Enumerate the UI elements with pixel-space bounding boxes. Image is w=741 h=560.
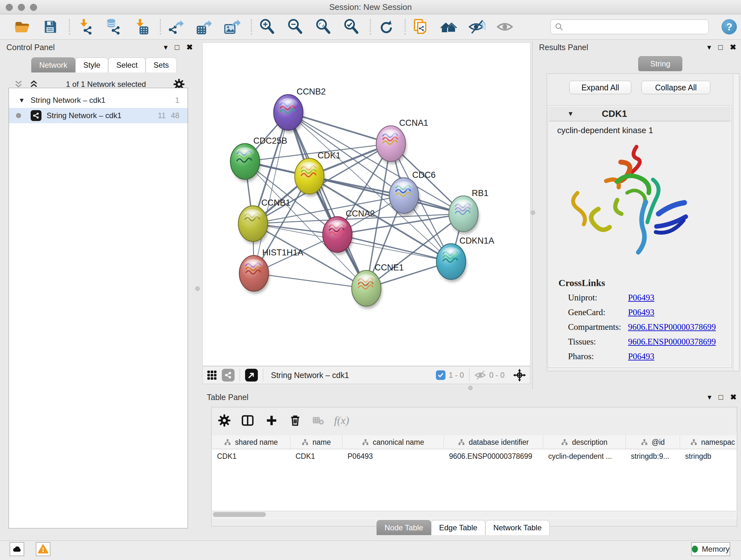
- gear-icon[interactable]: [218, 414, 231, 427]
- import-table-from-file-button[interactable]: [131, 17, 151, 36]
- expand-all-button[interactable]: Expand All: [569, 81, 631, 94]
- fit-crosshair-icon[interactable]: [513, 368, 526, 382]
- import-network-from-database-button[interactable]: [103, 17, 123, 36]
- panel-menu-icon[interactable]: ▾: [708, 393, 711, 401]
- tab-string[interactable]: String: [638, 56, 682, 71]
- edge[interactable]: [309, 176, 463, 214]
- column-header-database-identifier[interactable]: database identifier: [444, 435, 543, 449]
- node-CDC6[interactable]: CDC6: [389, 170, 435, 216]
- bottom-splitter-handle[interactable]: [468, 386, 473, 390]
- duplicate-network-button[interactable]: [411, 17, 430, 36]
- collapse-triangle-icon[interactable]: ▼: [18, 97, 25, 104]
- save-session-button[interactable]: [40, 17, 60, 36]
- add-column-icon[interactable]: [265, 414, 279, 428]
- network-label: String Network – cdk1: [47, 111, 122, 120]
- column-header-canonical-name[interactable]: canonical name: [342, 435, 444, 449]
- crosslink-value-link[interactable]: P06493: [628, 307, 655, 322]
- column-header-shared-name[interactable]: shared name: [212, 435, 290, 449]
- memory-button[interactable]: Memory: [691, 542, 730, 556]
- cloud-status-button[interactable]: [10, 542, 24, 556]
- right-splitter-handle[interactable]: [531, 210, 535, 215]
- string-style-icon[interactable]: [222, 369, 234, 381]
- panel-menu-icon[interactable]: ▾: [707, 43, 711, 52]
- table-row[interactable]: CDK1CDK1P064939606.ENSP00000378699cyclin…: [212, 449, 737, 463]
- show-all-button[interactable]: [495, 17, 515, 36]
- open-in-browser-icon[interactable]: [245, 369, 258, 381]
- hide-selected-button[interactable]: [467, 17, 487, 36]
- node-CCNB1[interactable]: CCNB1: [239, 198, 290, 244]
- column-header-@id[interactable]: @id: [626, 435, 680, 449]
- selected-checkbox-icon[interactable]: [436, 370, 446, 380]
- network-canvas[interactable]: CCNB2CCNA1CDC25BCDK1CDC6RB1CCNB1CCNA2CDK…: [202, 43, 530, 366]
- table-cell[interactable]: P06493: [342, 449, 444, 463]
- export-table-button[interactable]: [194, 17, 214, 36]
- tab-sets[interactable]: Sets: [145, 57, 177, 72]
- edge[interactable]: [254, 273, 366, 288]
- first-neighbors-button[interactable]: [439, 17, 459, 36]
- network-view-toolbar: String Network – cdk1 1 - 0 0 - 0: [202, 366, 530, 384]
- tab-node-table[interactable]: Node Table: [377, 520, 431, 535]
- select-columns-icon[interactable]: [240, 413, 255, 428]
- panel-close-icon[interactable]: ✖: [730, 43, 736, 52]
- table-horizontal-scrollbar[interactable]: [212, 511, 736, 518]
- crosslink-value-link[interactable]: P06493: [628, 352, 655, 366]
- node-HIST1H1A[interactable]: HIST1H1A: [239, 248, 304, 294]
- apply-layout-button[interactable]: [376, 17, 396, 36]
- node-CDK1[interactable]: CDK1: [294, 151, 340, 197]
- gene-section-header[interactable]: ▼ CDK1: [549, 106, 731, 121]
- panel-close-icon[interactable]: ✖: [186, 43, 193, 52]
- crosslink-value-link[interactable]: 9606.ENSP00000378699: [628, 337, 716, 352]
- table-cell[interactable]: CDK1: [212, 449, 290, 463]
- open-session-button[interactable]: [12, 17, 32, 36]
- tab-network[interactable]: Network: [31, 57, 75, 72]
- node-RB1[interactable]: RB1: [449, 188, 488, 234]
- zoom-in-button[interactable]: [257, 17, 277, 36]
- warnings-button[interactable]: [36, 542, 51, 556]
- crosslink-value-link[interactable]: 9606.ENSP00000378699: [628, 322, 716, 337]
- delete-column-icon[interactable]: [288, 414, 302, 428]
- table-cell[interactable]: stringdb:9...: [626, 449, 680, 463]
- panel-float-icon[interactable]: □: [175, 43, 179, 52]
- network-row[interactable]: String Network – cdk1 11 48: [9, 108, 188, 123]
- node-CDKN1A[interactable]: CDKN1A: [436, 236, 494, 282]
- node-CCNE1[interactable]: CCNE1: [352, 263, 404, 309]
- panel-close-icon[interactable]: ✖: [730, 393, 737, 401]
- edge[interactable]: [288, 112, 366, 288]
- table-cell[interactable]: CDK1: [290, 449, 342, 463]
- export-network-button[interactable]: [166, 17, 186, 36]
- tab-select[interactable]: Select: [108, 57, 145, 72]
- zoom-fit-content-button[interactable]: [313, 17, 333, 36]
- table-cell[interactable]: stringdb: [680, 449, 737, 463]
- title-bar: Session: New Session: [0, 0, 741, 14]
- panel-float-icon[interactable]: □: [718, 43, 723, 52]
- search-input[interactable]: [567, 22, 704, 32]
- panel-float-icon[interactable]: □: [718, 393, 723, 401]
- left-splitter-handle[interactable]: [195, 287, 200, 291]
- column-header-namespac[interactable]: namespac: [680, 435, 737, 449]
- node-CCNB2[interactable]: CCNB2: [274, 87, 326, 133]
- table-cell[interactable]: cyclin-dependent ...: [543, 449, 626, 463]
- tab-network-table[interactable]: Network Table: [485, 520, 550, 535]
- column-type-icon: [561, 439, 568, 446]
- zoom-out-button[interactable]: [285, 17, 305, 36]
- export-image-button[interactable]: [222, 17, 242, 36]
- column-header-description[interactable]: description: [543, 435, 626, 449]
- network-collection-row[interactable]: ▼ String Network – cdk1 1: [9, 92, 188, 108]
- edge[interactable]: [337, 234, 451, 261]
- collapse-triangle-icon[interactable]: ▼: [567, 110, 574, 118]
- collapse-all-button[interactable]: Collapse All: [642, 81, 711, 94]
- crosslink-value-link[interactable]: P06493: [628, 293, 655, 307]
- show-grid-icon[interactable]: [206, 370, 217, 381]
- column-header-name[interactable]: name: [290, 435, 342, 449]
- tab-style[interactable]: Style: [75, 57, 108, 72]
- table-cell[interactable]: 9606.ENSP00000378699: [444, 449, 543, 463]
- import-network-from-file-button[interactable]: [75, 17, 95, 36]
- zoom-selected-button[interactable]: [341, 17, 361, 36]
- network-graph[interactable]: CCNB2CCNA1CDC25BCDK1CDC6RB1CCNB1CCNA2CDK…: [203, 43, 530, 366]
- tab-edge-table[interactable]: Edge Table: [431, 520, 485, 535]
- help-button[interactable]: ?: [722, 19, 737, 35]
- panel-menu-icon[interactable]: ▾: [164, 43, 167, 52]
- scrollbar-thumb[interactable]: [213, 512, 266, 517]
- node-table[interactable]: shared namenamecanonical namedatabase id…: [212, 435, 737, 518]
- node-CCNA1[interactable]: CCNA1: [376, 118, 428, 164]
